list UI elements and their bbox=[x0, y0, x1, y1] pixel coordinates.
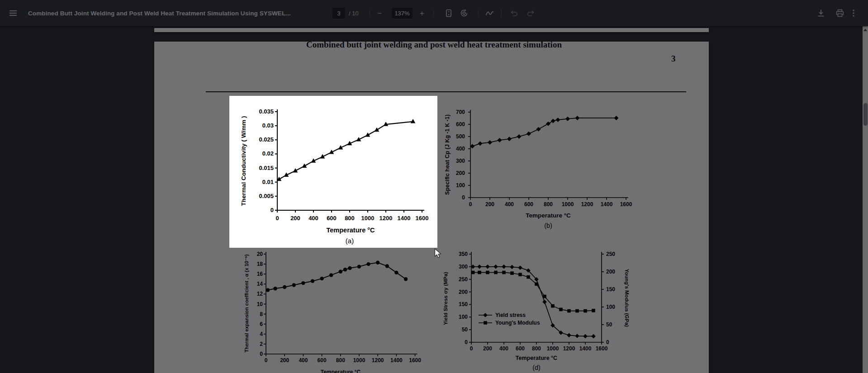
svg-text:1600: 1600 bbox=[416, 215, 429, 222]
svg-text:6: 6 bbox=[260, 321, 263, 327]
redo-icon bbox=[526, 9, 536, 18]
svg-text:150: 150 bbox=[459, 301, 468, 307]
svg-text:0: 0 bbox=[275, 215, 279, 222]
svg-text:1400: 1400 bbox=[398, 215, 411, 222]
svg-text:16: 16 bbox=[257, 271, 263, 277]
toolbar-separator bbox=[433, 9, 434, 17]
svg-text:1600: 1600 bbox=[409, 357, 421, 364]
svg-text:1000: 1000 bbox=[361, 215, 375, 222]
svg-text:4: 4 bbox=[260, 331, 263, 337]
svg-text:50: 50 bbox=[462, 326, 468, 333]
svg-text:500: 500 bbox=[456, 133, 465, 140]
svg-text:600: 600 bbox=[318, 357, 327, 364]
svg-text:0: 0 bbox=[465, 339, 468, 345]
svg-text:200: 200 bbox=[459, 289, 468, 295]
svg-text:2: 2 bbox=[260, 341, 263, 347]
svg-text:Temperature °C: Temperature °C bbox=[321, 369, 361, 373]
vertical-scrollbar[interactable] bbox=[863, 26, 868, 373]
svg-text:(b): (b) bbox=[544, 222, 552, 229]
svg-text:400: 400 bbox=[505, 201, 514, 208]
svg-text:200: 200 bbox=[485, 201, 494, 208]
menu-button[interactable] bbox=[6, 6, 20, 20]
ink-annotate-icon bbox=[485, 8, 495, 18]
svg-text:Temperature °C: Temperature °C bbox=[526, 212, 571, 219]
svg-text:0.035: 0.035 bbox=[259, 108, 274, 115]
svg-text:400: 400 bbox=[308, 215, 318, 222]
zoom-in-button[interactable]: + bbox=[415, 6, 429, 20]
chart-a: 0200400600800100012001400160000.0050.010… bbox=[240, 108, 428, 245]
pdf-viewer-window: Combined Butt Joint Welding and Post Wel… bbox=[0, 0, 868, 373]
rotate-button[interactable] bbox=[457, 6, 471, 20]
svg-text:800: 800 bbox=[544, 201, 553, 208]
svg-text:(a): (a) bbox=[346, 237, 354, 245]
svg-text:Specific heat Cp (J Kg -1 K -1: Specific heat Cp (J Kg -1 K -1) bbox=[444, 114, 451, 195]
svg-text:Young's Modulus: Young's Modulus bbox=[495, 320, 540, 326]
scrollbar-up-arrow-icon[interactable] bbox=[863, 27, 868, 33]
svg-text:1200: 1200 bbox=[581, 201, 593, 208]
fit-to-page-icon bbox=[444, 9, 453, 18]
svg-text:100: 100 bbox=[459, 314, 468, 320]
plus-icon: + bbox=[420, 9, 424, 17]
svg-text:200: 200 bbox=[483, 345, 492, 352]
chart-d: 0200400600800100012001400160005010015020… bbox=[443, 251, 630, 371]
svg-text:0.02: 0.02 bbox=[262, 150, 274, 157]
svg-text:0.01: 0.01 bbox=[262, 179, 274, 185]
toolbar-separator bbox=[370, 9, 370, 17]
fit-to-page-button[interactable] bbox=[442, 6, 455, 20]
svg-text:10: 10 bbox=[257, 301, 263, 307]
zoom-out-button[interactable]: − bbox=[373, 6, 386, 20]
svg-text:1600: 1600 bbox=[620, 201, 632, 208]
download-button[interactable] bbox=[814, 6, 828, 20]
pdf-toolbar: Combined Butt Joint Welding and Post Wel… bbox=[0, 0, 868, 26]
figure-material-property-charts: 0200400600800100012001400160000.0050.010… bbox=[0, 0, 868, 373]
svg-text:800: 800 bbox=[336, 357, 345, 364]
svg-text:(d): (d) bbox=[532, 364, 541, 371]
svg-text:0: 0 bbox=[260, 351, 263, 357]
page-count-label: / 10 bbox=[349, 0, 359, 26]
minus-icon: − bbox=[377, 9, 382, 17]
svg-text:1600: 1600 bbox=[596, 345, 608, 352]
svg-text:0: 0 bbox=[270, 207, 274, 213]
svg-text:1000: 1000 bbox=[353, 357, 365, 364]
svg-text:14: 14 bbox=[257, 281, 263, 287]
zoom-level-input[interactable]: 137% bbox=[392, 8, 413, 19]
svg-text:Thermal expansion coefficient: Thermal expansion coefficient , α (x 10⁻… bbox=[244, 254, 249, 352]
svg-text:1200: 1200 bbox=[372, 357, 384, 364]
scrollbar-thumb[interactable] bbox=[863, 103, 868, 126]
more-options-button[interactable] bbox=[847, 6, 860, 20]
svg-text:600: 600 bbox=[327, 215, 337, 222]
undo-button[interactable] bbox=[507, 6, 521, 20]
annotate-button[interactable] bbox=[483, 6, 497, 20]
svg-text:700: 700 bbox=[456, 109, 465, 115]
svg-text:0: 0 bbox=[462, 194, 465, 201]
svg-text:0: 0 bbox=[606, 339, 609, 345]
svg-text:1000: 1000 bbox=[562, 201, 574, 208]
page-number-input[interactable]: 3 bbox=[332, 8, 345, 19]
svg-text:600: 600 bbox=[524, 201, 533, 208]
svg-text:0: 0 bbox=[470, 345, 473, 352]
svg-text:350: 350 bbox=[459, 251, 468, 257]
svg-text:Yield stress: Yield stress bbox=[495, 312, 526, 318]
svg-text:1200: 1200 bbox=[563, 345, 575, 352]
toolbar-separator bbox=[501, 9, 502, 17]
svg-text:300: 300 bbox=[456, 158, 465, 164]
svg-text:Young's Modulus (GPa): Young's Modulus (GPa) bbox=[624, 269, 630, 327]
svg-text:250: 250 bbox=[459, 276, 468, 283]
svg-text:1400: 1400 bbox=[390, 357, 403, 364]
svg-text:8: 8 bbox=[260, 311, 263, 317]
svg-text:400: 400 bbox=[456, 146, 465, 152]
svg-text:200: 200 bbox=[290, 215, 300, 222]
chart-c: 0200400600800100012001400160002468101214… bbox=[244, 251, 421, 373]
svg-text:1200: 1200 bbox=[379, 215, 393, 222]
redo-button[interactable] bbox=[524, 6, 538, 20]
svg-text:0: 0 bbox=[469, 201, 472, 208]
print-icon bbox=[835, 9, 844, 18]
rotate-icon bbox=[460, 9, 469, 18]
svg-text:1400: 1400 bbox=[601, 201, 613, 208]
zoom-level-value: 137% bbox=[394, 10, 409, 17]
svg-text:250: 250 bbox=[606, 251, 615, 257]
svg-text:18: 18 bbox=[257, 261, 263, 267]
undo-icon bbox=[509, 9, 518, 18]
print-button[interactable] bbox=[833, 6, 847, 20]
svg-text:Temperature °C: Temperature °C bbox=[516, 355, 557, 361]
